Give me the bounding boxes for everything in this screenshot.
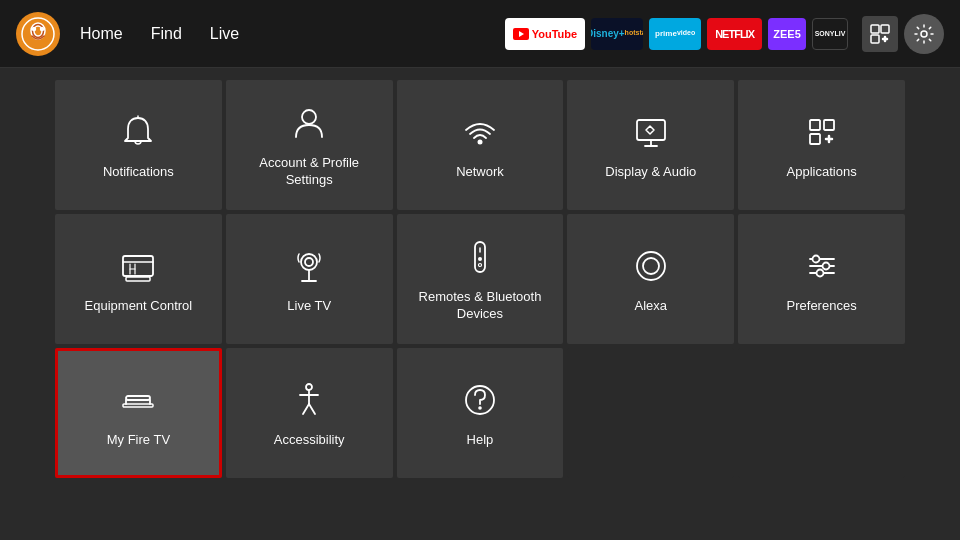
- tile-remotes-label: Remotes & Bluetooth Devices: [409, 289, 552, 323]
- person-icon: [289, 103, 329, 143]
- remote-icon: [460, 237, 500, 277]
- tile-account-label: Account & Profile Settings: [238, 155, 381, 189]
- apps-grid-button[interactable]: [862, 16, 898, 52]
- svg-point-36: [478, 257, 482, 261]
- svg-rect-8: [881, 25, 889, 33]
- alexa-icon: [631, 246, 671, 286]
- app-sony-liv[interactable]: SONY LIV: [812, 18, 848, 50]
- svg-point-37: [478, 264, 481, 267]
- tile-network[interactable]: Network: [397, 80, 564, 210]
- nav-live[interactable]: Live: [210, 25, 239, 43]
- settings-gear-button[interactable]: [904, 14, 944, 54]
- tile-alexa-label: Alexa: [635, 298, 668, 315]
- bell-icon: [118, 112, 158, 152]
- tile-live-tv-label: Live TV: [287, 298, 331, 315]
- svg-rect-47: [126, 396, 150, 400]
- tile-notifications[interactable]: Notifications: [55, 80, 222, 210]
- svg-point-44: [812, 255, 819, 262]
- tv-icon: [118, 246, 158, 286]
- svg-rect-26: [126, 277, 150, 281]
- tile-applications[interactable]: Applications: [738, 80, 905, 210]
- display-icon: [631, 112, 671, 152]
- wifi-icon: [460, 112, 500, 152]
- svg-rect-24: [123, 256, 153, 276]
- top-nav: Home Find Live YouTube Disney+ hotstar p…: [0, 0, 960, 68]
- tile-empty-2: [738, 348, 905, 478]
- tile-help-label: Help: [467, 432, 494, 449]
- tile-applications-label: Applications: [787, 164, 857, 181]
- tile-empty-1: [567, 348, 734, 478]
- app-zee5[interactable]: ZEE5: [768, 18, 806, 50]
- svg-point-15: [477, 139, 482, 144]
- svg-rect-20: [824, 120, 834, 130]
- tile-network-label: Network: [456, 164, 504, 181]
- svg-point-12: [921, 31, 927, 37]
- svg-point-3: [33, 27, 36, 30]
- help-icon: [460, 380, 500, 420]
- settings-grid: Notifications Account & Profile Settings: [55, 80, 905, 478]
- svg-line-55: [309, 404, 315, 414]
- tile-help[interactable]: Help: [397, 348, 564, 478]
- tile-account-profile[interactable]: Account & Profile Settings: [226, 80, 393, 210]
- apps-icon: [802, 112, 842, 152]
- app-netflix[interactable]: NETFLIX: [707, 18, 762, 50]
- settings-area: Notifications Account & Profile Settings: [0, 68, 960, 540]
- tile-equipment-label: Equipment Control: [85, 298, 193, 315]
- tile-preferences-label: Preferences: [787, 298, 857, 315]
- tile-accessibility-label: Accessibility: [274, 432, 345, 449]
- svg-rect-16: [637, 120, 665, 140]
- tile-notifications-label: Notifications: [103, 164, 174, 181]
- tile-display-audio[interactable]: Display & Audio: [567, 80, 734, 210]
- tile-display-label: Display & Audio: [605, 164, 696, 181]
- tile-equipment-control[interactable]: Equipment Control: [55, 214, 222, 344]
- app-youtube[interactable]: YouTube: [505, 18, 585, 50]
- svg-point-45: [822, 262, 829, 269]
- svg-point-14: [302, 110, 316, 124]
- svg-rect-9: [871, 35, 879, 43]
- tile-my-fire-tv-label: My Fire TV: [107, 432, 170, 449]
- nav-links: Home Find Live: [80, 25, 239, 43]
- svg-point-30: [301, 254, 317, 270]
- svg-rect-21: [810, 134, 820, 144]
- svg-point-4: [41, 27, 44, 30]
- svg-rect-7: [871, 25, 879, 33]
- tile-preferences[interactable]: Preferences: [738, 214, 905, 344]
- nav-find[interactable]: Find: [151, 25, 182, 43]
- tile-my-fire-tv[interactable]: My Fire TV: [55, 348, 222, 478]
- nav-app-shortcuts: YouTube Disney+ hotstar prime video NETF…: [505, 18, 848, 50]
- antenna-icon: [289, 246, 329, 286]
- svg-rect-50: [123, 404, 153, 407]
- tile-accessibility[interactable]: Accessibility: [226, 348, 393, 478]
- sliders-icon: [802, 246, 842, 286]
- tile-remotes-bluetooth[interactable]: Remotes & Bluetooth Devices: [397, 214, 564, 344]
- firetv-icon: [118, 380, 158, 420]
- svg-point-31: [305, 258, 313, 266]
- app-logo[interactable]: [16, 12, 60, 56]
- tile-live-tv[interactable]: Live TV: [226, 214, 393, 344]
- tile-alexa[interactable]: Alexa: [567, 214, 734, 344]
- app-disney-hotstar[interactable]: Disney+ hotstar: [591, 18, 643, 50]
- nav-home[interactable]: Home: [80, 25, 123, 43]
- svg-point-57: [478, 406, 482, 410]
- svg-line-54: [303, 404, 309, 414]
- svg-rect-19: [810, 120, 820, 130]
- svg-point-46: [816, 269, 823, 276]
- accessibility-icon: [289, 380, 329, 420]
- app-prime-video[interactable]: prime video: [649, 18, 701, 50]
